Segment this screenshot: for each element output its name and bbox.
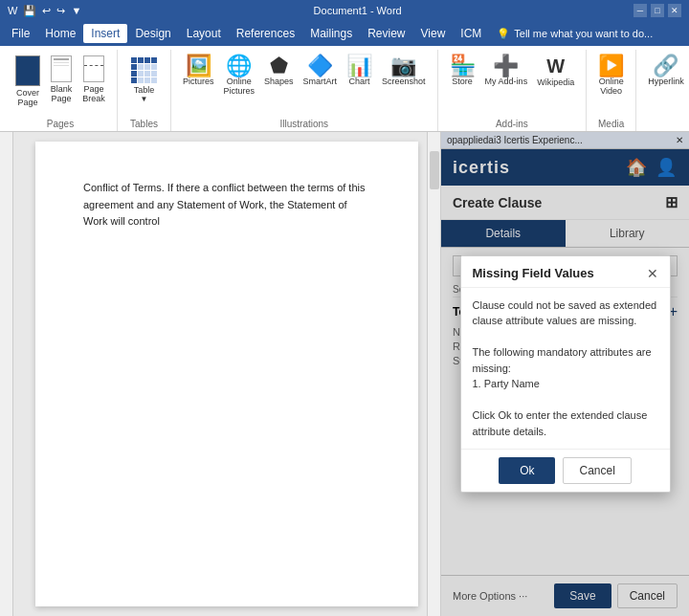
chart-icon: 📊 — [346, 55, 372, 77]
quick-save[interactable]: 💾 — [23, 5, 36, 17]
search-lightbulb-icon: 💡 — [497, 28, 510, 40]
window-controls: ─ □ ✕ — [633, 4, 681, 17]
screenshot-label: Screenshot — [382, 77, 426, 86]
online-pictures-label: OnlinePictures — [224, 77, 256, 96]
illustrations-group-label: Illustrations — [280, 119, 329, 131]
addins-group-label: Add-ins — [496, 119, 528, 131]
ribbon-search-text[interactable]: Tell me what you want to do... — [514, 28, 653, 39]
page-break-label: PageBreak — [82, 84, 105, 103]
pictures-button[interactable]: 🖼️ Pictures — [179, 54, 218, 88]
shapes-label: Shapes — [264, 77, 294, 86]
chart-label: Chart — [349, 77, 370, 86]
modal-missing-fields: 1. Party Name — [473, 376, 658, 392]
ribbon-addins-buttons: 🏪 Store ➕ My Add-ins W Wikipedia — [446, 50, 579, 119]
modal-line2: The following mandatory attributes are m… — [473, 344, 658, 376]
wikipedia-label: Wikipedia — [537, 77, 574, 87]
media-group-label: Media — [598, 119, 624, 131]
ribbon: CoverPage BlankPage PageBreak Pages — [0, 46, 689, 132]
modal-overlay: Missing Field Values ✕ Clause could not … — [441, 132, 689, 616]
modal-close-button[interactable]: ✕ — [647, 266, 658, 281]
word-icon: W — [8, 5, 17, 16]
ribbon-illustrations-buttons: 🖼️ Pictures 🌐 OnlinePictures ⬟ Shapes 🔷 … — [179, 50, 430, 119]
title-bar-text: Document1 - Word — [314, 5, 402, 16]
menu-bar: File Home Insert Design Layout Reference… — [0, 21, 689, 46]
wikipedia-button[interactable]: W Wikipedia — [533, 54, 578, 89]
blank-page-button[interactable]: BlankPage — [46, 54, 77, 105]
online-pictures-icon: 🌐 — [226, 55, 252, 77]
online-video-button[interactable]: ▶️ OnlineVideo — [594, 54, 628, 98]
close-button[interactable]: ✕ — [668, 4, 681, 17]
menu-insert[interactable]: Insert — [83, 24, 127, 43]
pages-group-label: Pages — [47, 119, 74, 131]
title-bar: W 💾 ↩ ↪ ▼ Document1 - Word ─ □ ✕ — [0, 0, 689, 21]
screenshot-icon: 📷 — [390, 55, 416, 77]
online-pictures-button[interactable]: 🌐 OnlinePictures — [220, 54, 259, 98]
ribbon-group-links: 🔗 Hyperlink 🔖 Bookmark ↔️ Cross-referenc… — [636, 50, 689, 131]
cover-page-label: CoverPage — [16, 88, 39, 107]
my-addins-button[interactable]: ➕ My Add-ins — [481, 54, 532, 88]
menu-mailings[interactable]: Mailings — [302, 24, 360, 43]
modal-title: Missing Field Values — [473, 266, 594, 280]
menu-icm[interactable]: ICM — [453, 24, 489, 43]
table-label: Table — [134, 85, 155, 95]
blank-page-label: BlankPage — [51, 84, 73, 103]
ribbon-tables-buttons: Table ▼ — [125, 50, 163, 119]
wikipedia-icon: W — [546, 55, 565, 77]
quick-undo[interactable]: ↩ — [42, 5, 51, 17]
cover-page-button[interactable]: CoverPage — [11, 54, 44, 109]
main-content: Conflict of Terms. If there a conflict b… — [0, 132, 689, 616]
shapes-button[interactable]: ⬟ Shapes — [260, 54, 298, 88]
modal-footer: Ok Cancel — [461, 449, 670, 492]
ribbon-group-pages: CoverPage BlankPage PageBreak Pages — [4, 50, 118, 131]
tables-group-label: Tables — [130, 119, 158, 131]
hyperlink-label: Hyperlink — [648, 77, 684, 86]
smartart-button[interactable]: 🔷 SmartArt — [300, 54, 342, 88]
hyperlink-button[interactable]: 🔗 Hyperlink — [644, 54, 688, 88]
modal-line1: Clause could not be saved as extended cl… — [473, 297, 658, 329]
menu-file[interactable]: File — [4, 24, 37, 43]
store-icon: 🏪 — [450, 55, 476, 77]
maximize-button[interactable]: □ — [651, 4, 664, 17]
document-page[interactable]: Conflict of Terms. If there a conflict b… — [35, 142, 418, 606]
page-break-button[interactable]: PageBreak — [78, 54, 109, 105]
quick-redo[interactable]: ↪ — [56, 5, 65, 17]
scroll-thumb[interactable] — [430, 151, 439, 189]
ribbon-media-buttons: ▶️ OnlineVideo — [594, 50, 628, 119]
store-button[interactable]: 🏪 Store — [446, 54, 479, 88]
ribbon-links-buttons: 🔗 Hyperlink 🔖 Bookmark ↔️ Cross-referenc… — [644, 50, 689, 119]
ribbon-group-addins: 🏪 Store ➕ My Add-ins W Wikipedia Add-ins — [438, 50, 588, 131]
pictures-icon: 🖼️ — [186, 55, 211, 77]
modal-ok-button[interactable]: Ok — [499, 457, 555, 484]
missing-field-values-modal: Missing Field Values ✕ Clause could not … — [460, 255, 671, 494]
icertis-panel: opappliedai3 Icertis Experienc... ✕ icer… — [440, 132, 689, 616]
vertical-scrollbar[interactable] — [427, 132, 440, 616]
modal-line3: Click Ok to enter the extended clause at… — [473, 407, 658, 439]
menu-layout[interactable]: Layout — [179, 24, 229, 43]
menu-home[interactable]: Home — [37, 24, 83, 43]
modal-body: Clause could not be saved as extended cl… — [461, 288, 670, 450]
quick-customize[interactable]: ▼ — [71, 5, 81, 16]
menu-review[interactable]: Review — [360, 24, 412, 43]
online-video-icon: ▶️ — [598, 55, 624, 77]
table-button[interactable]: Table ▼ — [125, 54, 163, 105]
minimize-button[interactable]: ─ — [633, 4, 647, 17]
pictures-label: Pictures — [183, 77, 214, 86]
document-area: Conflict of Terms. If there a conflict b… — [0, 132, 440, 616]
menu-design[interactable]: Design — [127, 24, 178, 43]
my-addins-icon: ➕ — [493, 55, 519, 77]
shapes-icon: ⬟ — [270, 55, 288, 77]
modal-header: Missing Field Values ✕ — [461, 256, 670, 288]
document-content: Conflict of Terms. If there a conflict b… — [83, 180, 370, 231]
modal-cancel-button[interactable]: Cancel — [563, 457, 631, 484]
chart-button[interactable]: 📊 Chart — [343, 54, 376, 88]
menu-view[interactable]: View — [413, 24, 454, 43]
left-ruler — [0, 132, 13, 616]
menu-references[interactable]: References — [229, 24, 302, 43]
ribbon-pages-buttons: CoverPage BlankPage PageBreak — [11, 50, 109, 119]
my-addins-label: My Add-ins — [485, 77, 528, 86]
screenshot-button[interactable]: 📷 Screenshot — [378, 54, 430, 88]
ribbon-group-tables: Table ▼ Tables — [118, 50, 171, 131]
title-bar-left: W 💾 ↩ ↪ ▼ — [8, 5, 81, 17]
ribbon-group-media: ▶️ OnlineVideo Media — [587, 50, 636, 131]
hyperlink-icon: 🔗 — [653, 55, 678, 77]
